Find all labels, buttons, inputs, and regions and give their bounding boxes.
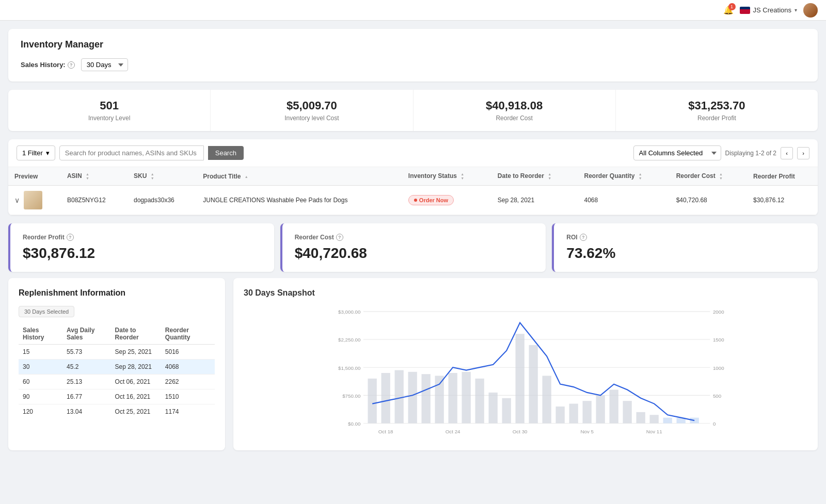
rep-cell-quantity: 5016 — [161, 345, 215, 360]
col-date-to-reorder[interactable]: Date to Reorder ▲▼ — [491, 167, 578, 186]
svg-text:$2,250.00: $2,250.00 — [338, 337, 361, 343]
notification-bell[interactable]: 🔔 1 — [723, 5, 734, 15]
svg-rect-27 — [529, 345, 538, 424]
rep-cell-avg-daily: 25.13 — [62, 375, 110, 389]
svg-rect-37 — [663, 418, 672, 424]
status-badge: Order Now — [408, 195, 454, 205]
svg-rect-32 — [596, 396, 605, 424]
top-nav: 🔔 1 JS Creations ▾ — [0, 0, 826, 21]
metric-card-reorder-profit-title: Reorder Profit ? — [23, 234, 262, 241]
chart-section: 30 Days Snapshot $3,000.00 $2,250.00 $1,… — [233, 278, 818, 450]
cell-product-title: JUNGLE CREATIONS Washable Pee Pads for D… — [197, 186, 402, 215]
metric-card-reorder-profit-value: $30,876.12 — [23, 245, 262, 262]
svg-text:$3,000.00: $3,000.00 — [338, 309, 361, 315]
rep-cell-sales-history: 15 — [19, 345, 62, 360]
table-toolbar: 1 Filter ▾ Search All Columns Selected D… — [8, 139, 818, 167]
cell-date-to-reorder: Sep 28, 2021 — [491, 186, 578, 215]
stat-reorder-cost-label: Reorder Cost — [426, 115, 603, 122]
avatar[interactable] — [803, 3, 818, 18]
reorder-profit-help-icon[interactable]: ? — [67, 234, 74, 241]
svg-rect-30 — [569, 404, 578, 424]
rep-table-row: 90 16.77 Oct 16, 2021 1510 — [19, 389, 215, 404]
search-button[interactable]: Search — [208, 146, 244, 160]
chart-area: $3,000.00 $2,250.00 $1,500.00 $750.00 $0… — [244, 306, 807, 440]
table-section: 1 Filter ▾ Search All Columns Selected D… — [8, 139, 818, 215]
col-product-title[interactable]: Product Title ▲ — [197, 167, 402, 186]
inventory-manager-panel: Inventory Manager Sales History: ? 30 Da… — [8, 29, 818, 82]
rep-cell-sales-history: 120 — [19, 404, 62, 419]
svg-rect-20 — [435, 376, 444, 424]
svg-rect-21 — [449, 373, 457, 424]
rep-cell-date: Sep 28, 2021 — [111, 360, 161, 375]
svg-text:2000: 2000 — [713, 309, 724, 315]
notification-badge: 1 — [728, 3, 736, 10]
col-reorder-quantity[interactable]: Reorder Quantity ▲▼ — [578, 167, 670, 186]
col-inventory-status[interactable]: Inventory Status ▲▼ — [402, 167, 491, 186]
stats-panel: 501 Inventory Level $5,009.70 Inventory … — [8, 90, 818, 131]
roi-help-icon[interactable]: ? — [580, 234, 587, 241]
columns-select[interactable]: All Columns Selected — [633, 145, 721, 160]
svg-rect-25 — [502, 398, 511, 424]
cell-inventory-status: Order Now — [402, 186, 491, 215]
col-sku[interactable]: SKU ▲▼ — [128, 167, 197, 186]
svg-rect-22 — [462, 372, 471, 424]
rep-table-header: Sales History Avg Daily Sales Date to Re… — [19, 323, 215, 345]
pagination-info: Displaying 1-2 of 2 — [725, 150, 776, 157]
svg-rect-36 — [650, 415, 659, 424]
next-page-button[interactable]: › — [797, 147, 809, 159]
rep-cell-quantity: 4068 — [161, 360, 215, 375]
metric-card-reorder-cost-title: Reorder Cost ? — [295, 234, 534, 241]
bottom-section: Replenishment Information 30 Days Select… — [8, 278, 818, 450]
rep-cell-date: Oct 16, 2021 — [111, 389, 161, 404]
page-title: Inventory Manager — [21, 39, 805, 50]
svg-rect-31 — [583, 401, 592, 423]
chart-svg: $3,000.00 $2,250.00 $1,500.00 $750.00 $0… — [244, 306, 807, 440]
rep-cell-avg-daily: 13.04 — [62, 404, 110, 419]
metric-card-roi-value: 73.62% — [566, 245, 805, 262]
prev-page-button[interactable]: ‹ — [781, 147, 793, 159]
rep-cell-avg-daily: 45.2 — [62, 360, 110, 375]
stat-inventory-cost: $5,009.70 Inventory level Cost — [211, 90, 413, 131]
account-name: JS Creations — [753, 6, 791, 14]
col-reorder-cost[interactable]: Reorder Cost ▲▼ — [670, 167, 747, 186]
rep-table-row: 30 45.2 Sep 28, 2021 4068 — [19, 360, 215, 375]
col-reorder-profit[interactable]: Reorder Profit — [747, 167, 818, 186]
replenishment-title: Replenishment Information — [19, 288, 215, 298]
filter-label: 1 Filter — [22, 149, 43, 157]
rep-col-sales-history: Sales History — [19, 323, 62, 345]
filter-button[interactable]: 1 Filter ▾ — [17, 145, 55, 160]
sales-history-select[interactable]: 30 Days 7 Days 15 Days 60 Days 90 Days 1… — [81, 58, 128, 71]
metric-cards-row: Reorder Profit ? $30,876.12 Reorder Cost… — [8, 223, 818, 272]
svg-rect-34 — [623, 401, 632, 423]
svg-rect-28 — [543, 376, 551, 424]
rep-cell-date: Oct 25, 2021 — [111, 404, 161, 419]
svg-text:1000: 1000 — [713, 365, 724, 371]
search-input[interactable] — [59, 145, 204, 160]
svg-rect-17 — [395, 370, 404, 424]
col-preview[interactable]: Preview — [8, 167, 61, 186]
cell-asin: B08Z5NYG12 — [61, 186, 128, 215]
cell-reorder-profit: $30,876.12 — [747, 186, 818, 215]
sales-history-label: Sales History: ? — [21, 61, 75, 69]
stat-reorder-cost: $40,918.08 Reorder Cost — [414, 90, 616, 131]
stat-inventory-level-label: Inventory Level — [21, 115, 198, 122]
rep-cell-date: Sep 25, 2021 — [111, 345, 161, 360]
product-preview: ∨ — [14, 191, 55, 209]
col-asin[interactable]: ASIN ▲▼ — [61, 167, 128, 186]
reorder-cost-help-icon[interactable]: ? — [336, 234, 343, 241]
rep-table-row: 120 13.04 Oct 25, 2021 1174 — [19, 404, 215, 419]
svg-rect-15 — [368, 379, 377, 424]
svg-text:Oct 24: Oct 24 — [446, 429, 460, 434]
table-row: ∨ B08Z5NYG12 dogpads30x36 JUNGLE CREATIO… — [8, 186, 818, 215]
stat-reorder-cost-value: $40,918.08 — [426, 99, 603, 112]
rep-cell-sales-history: 30 — [19, 360, 62, 375]
metric-card-roi-title: ROI ? — [566, 234, 805, 241]
sales-history-help-icon[interactable]: ? — [68, 61, 75, 69]
stat-inventory-cost-label: Inventory level Cost — [223, 115, 400, 122]
account-menu[interactable]: JS Creations ▾ — [740, 6, 797, 14]
expand-row-button[interactable]: ∨ — [14, 196, 20, 204]
rep-cell-quantity: 2262 — [161, 375, 215, 389]
svg-rect-24 — [489, 393, 498, 424]
svg-text:Nov 11: Nov 11 — [646, 429, 662, 434]
rep-table-row: 15 55.73 Sep 25, 2021 5016 — [19, 345, 215, 360]
